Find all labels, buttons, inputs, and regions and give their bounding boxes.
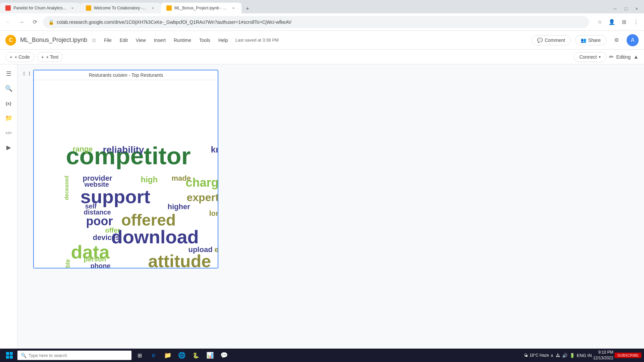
sidebar-variables-icon[interactable]: {x} [2, 97, 15, 110]
extensions-button[interactable]: ⊞ [619, 17, 629, 27]
battery-icon: 🔋 [570, 353, 575, 358]
word-cloud-word: phone [90, 262, 110, 268]
word-cloud-word: expertise [186, 191, 218, 204]
word-cloud-word: higher [167, 202, 190, 211]
settings-button[interactable]: ⚙ [610, 34, 623, 46]
forward-button[interactable]: → [16, 17, 27, 27]
colab2-favicon [166, 5, 172, 11]
add-text-button[interactable]: + + Text [37, 52, 63, 62]
word-cloud-word: range [72, 145, 93, 154]
connect-button[interactable]: Connect ▾ [574, 52, 606, 62]
help-menu[interactable]: Help [215, 36, 231, 44]
svg-rect-2 [6, 356, 9, 359]
edit-menu[interactable]: Edit [116, 36, 131, 44]
editing-section: ✏ Editing [609, 54, 631, 60]
plus-code-icon: + [10, 54, 12, 60]
tab-gmail-label: Panelist for Churn Analytics in T... [13, 6, 67, 10]
taskbar-app-taskview[interactable]: ⊞ [133, 349, 146, 362]
taskbar-search-bar[interactable]: 🔍 [17, 351, 131, 360]
url-text: colab.research.google.com/drive/1C0ijXH7… [57, 19, 584, 25]
tab-colab2[interactable]: ML_Bonus_Project.ipynb - Cola... × [161, 3, 241, 13]
word-cloud-word: deceased [64, 176, 70, 200]
word-cloud-word: reliability [103, 144, 144, 155]
connect-label: Connect [579, 54, 597, 60]
sidebar-search-icon[interactable]: 🔍 [2, 82, 15, 95]
tab-bar-controls: ─ □ × [610, 4, 644, 13]
close-button[interactable]: × [632, 4, 641, 13]
sidebar-files-icon[interactable]: 📁 [2, 111, 15, 125]
tab-gmail[interactable]: Panelist for Churn Analytics in T... × [0, 3, 80, 13]
sidebar-snippets-icon[interactable]: </> [2, 126, 15, 139]
new-tab-button[interactable]: + [243, 4, 252, 13]
word-cloud-word: devices [93, 233, 120, 242]
sidebar-menu-icon[interactable]: ☰ [2, 67, 15, 80]
word-cloud-title: Resturants cuisien - Top Resturants [34, 70, 218, 80]
taskbar: 🔍 ⊞ e 📁 🌐 🐍 📊 💬 🌤 18°C Haze ∧ 🖧 🔊 🔋 ENG … [0, 349, 644, 362]
subscribe-badge[interactable]: SUBSCRIBE [614, 353, 641, 358]
chevron-up-icon[interactable]: ∧ [550, 353, 554, 358]
profile-button[interactable]: 👤 [606, 17, 617, 27]
sys-icons: ∧ 🖧 🔊 🔋 ENG IN [550, 353, 592, 358]
taskbar-app-explorer[interactable]: 📁 [161, 349, 174, 362]
view-menu[interactable]: View [132, 36, 149, 44]
taskbar-app-powerpoint[interactable]: 📊 [203, 349, 217, 362]
file-menu[interactable]: File [101, 36, 115, 44]
nav-bar: ← → ⟳ 🔒 colab.research.google.com/drive/… [0, 13, 644, 31]
url-bar[interactable]: 🔒 colab.research.google.com/drive/1C0ijX… [43, 16, 589, 28]
content-area: [ ] Resturants cuisien - Top Resturants … [17, 64, 644, 349]
minimize-button[interactable]: ─ [610, 4, 620, 13]
word-cloud-word: high [141, 175, 158, 184]
start-button[interactable] [3, 349, 16, 362]
cell: [ ] Resturants cuisien - Top Resturants … [23, 70, 639, 268]
maximize-button[interactable]: □ [621, 4, 631, 13]
tab-colab1-label: Welcome To Colaboratory - Cola... [94, 6, 148, 10]
gmail-favicon [5, 5, 11, 11]
comment-button[interactable]: 💬 Comment [531, 35, 571, 45]
refresh-button[interactable]: ⟳ [30, 17, 40, 27]
share-button[interactable]: 👥 Share [575, 35, 606, 45]
word-cloud-word: offered [121, 211, 176, 229]
tab-colab2-close[interactable]: × [231, 5, 236, 11]
word-cloud-word: distance [84, 208, 111, 216]
tab-bar: Panelist for Churn Analytics in T... × W… [0, 0, 644, 13]
sidebar-terminal-icon[interactable]: ▶ [2, 141, 15, 154]
tools-menu[interactable]: Tools [196, 36, 214, 44]
lang-text: ENG IN [577, 353, 592, 358]
colab-header: C ML_Bonus_Project.ipynb ☆ File Edit Vie… [0, 31, 644, 50]
svg-rect-1 [10, 352, 13, 355]
taskbar-app-python[interactable]: 🐍 [189, 349, 203, 362]
search-icon: 🔍 [21, 353, 26, 358]
avatar[interactable]: A [627, 34, 639, 46]
back-button[interactable]: ← [3, 17, 13, 27]
star-button[interactable]: ☆ [91, 37, 97, 44]
word-cloud-word: know [211, 144, 218, 155]
insert-menu[interactable]: Insert [151, 36, 169, 44]
more-button[interactable]: ⋮ [631, 17, 641, 27]
editing-label: Editing [616, 54, 631, 60]
bookmark-button[interactable]: ☆ [594, 17, 605, 27]
tab-colab1[interactable]: Welcome To Colaboratory - Cola... × [80, 3, 161, 13]
taskbar-app-zoom[interactable]: 💬 [217, 349, 231, 362]
add-code-button[interactable]: + + Code [5, 52, 34, 62]
runtime-menu[interactable]: Runtime [170, 36, 195, 44]
word-cloud-word: made [171, 174, 191, 183]
header-right: 💬 Comment 👥 Share ⚙ A [531, 34, 639, 46]
comment-icon: 💬 [537, 38, 543, 43]
toolbar-right: Connect ▾ ✏ Editing ▲ [574, 52, 639, 62]
svg-rect-0 [6, 352, 9, 355]
code-label: + Code [14, 54, 30, 60]
word-cloud-body: competitorservicedissatisfactiondownload… [34, 80, 218, 268]
taskbar-app-chrome[interactable]: 🌐 [175, 349, 189, 362]
tab-gmail-close[interactable]: × [70, 5, 75, 11]
clock-time: 9:10 PM [593, 350, 613, 355]
search-input[interactable] [29, 353, 128, 358]
collapse-button[interactable]: ▲ [633, 54, 639, 60]
tab-colab1-close[interactable]: × [150, 5, 156, 11]
taskbar-right: 🌤 18°C Haze ∧ 🖧 🔊 🔋 ENG IN 9:10 PM 12/13… [524, 350, 641, 361]
pencil-icon: ✏ [609, 54, 613, 60]
weather-icon: 🌤 [524, 353, 528, 358]
taskbar-app-edge[interactable]: e [147, 349, 160, 362]
share-label: Share [588, 38, 601, 43]
cell-output: Resturants cuisien - Top Resturants comp… [33, 70, 218, 268]
main-layout: ☰ 🔍 {x} 📁 </> ▶ [ ] Resturants cuisien -… [0, 64, 644, 349]
